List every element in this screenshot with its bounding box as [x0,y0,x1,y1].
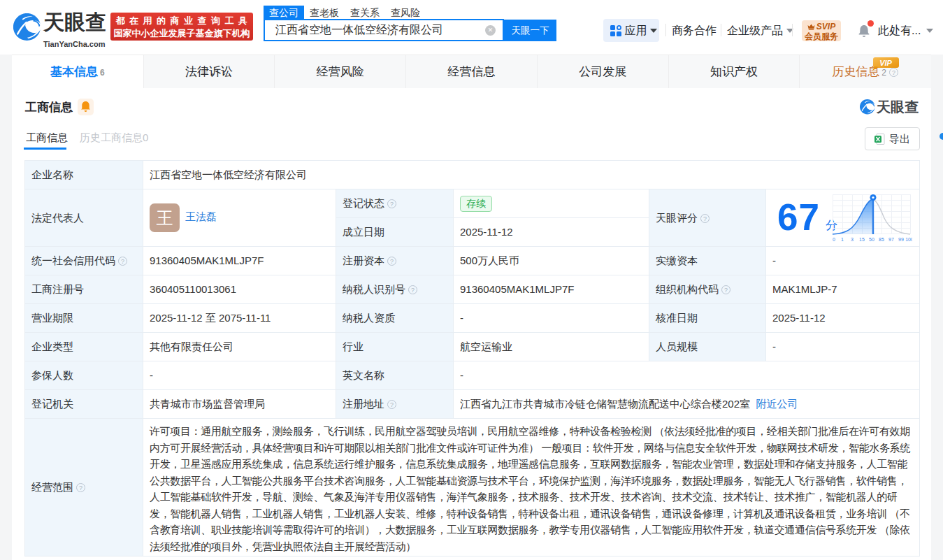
svg-text:99: 99 [898,237,904,242]
svg-text:85: 85 [879,237,884,242]
svg-text:1: 1 [841,237,844,242]
svg-text:50: 50 [869,237,874,242]
svg-text:100: 100 [905,237,912,242]
svg-text:3: 3 [851,237,854,242]
svg-text:VIP: VIP [879,59,892,67]
svg-text:97: 97 [888,237,894,242]
svg-text:0: 0 [833,237,835,242]
svg-text:15: 15 [859,237,865,242]
